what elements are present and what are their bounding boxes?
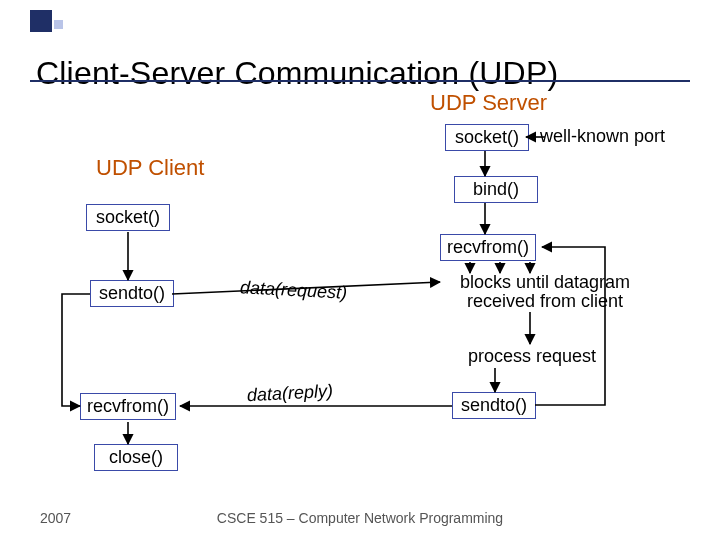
server-socket-box: socket() [445, 124, 529, 151]
server-bind-box: bind() [454, 176, 538, 203]
data-request-label: data(request) [240, 277, 348, 304]
page-title: Client-Server Communication (UDP) [36, 55, 558, 92]
client-recvfrom-box: recvfrom() [80, 393, 176, 420]
blocks-line-2: received from client [467, 291, 623, 311]
blocks-line-1: blocks until datagram [460, 272, 630, 292]
server-section-label: UDP Server [430, 90, 547, 116]
blocks-until-label: blocks until datagram received from clie… [445, 273, 645, 311]
client-socket-box: socket() [86, 204, 170, 231]
title-underline [30, 80, 690, 82]
server-sendto-box: sendto() [452, 392, 536, 419]
footer-course: CSCE 515 – Computer Network Programming [0, 510, 720, 526]
client-sendto-box: sendto() [90, 280, 174, 307]
well-known-port-label: well-known port [540, 126, 665, 147]
process-request-label: process request [468, 346, 596, 367]
data-reply-label: data(reply) [247, 381, 334, 406]
server-recvfrom-box: recvfrom() [440, 234, 536, 261]
client-section-label: UDP Client [96, 155, 204, 181]
client-close-box: close() [94, 444, 178, 471]
